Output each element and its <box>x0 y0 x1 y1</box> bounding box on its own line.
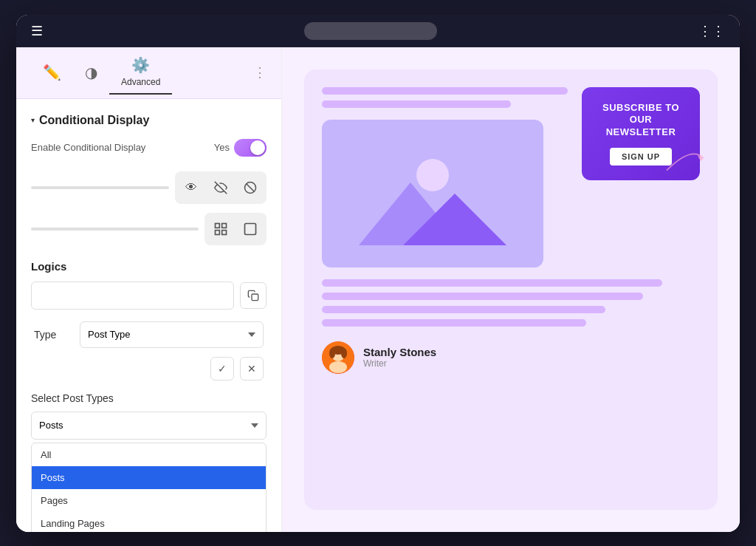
author-info: Stanly Stones Writer <box>363 346 436 369</box>
row-bar-2 <box>31 228 199 231</box>
preview-bar-6 <box>322 319 586 327</box>
tab-advanced[interactable]: ⚙️ Advanced <box>109 50 172 95</box>
enable-label: Enable Conditional Display <box>31 142 145 153</box>
preview-bar-2 <box>322 100 511 108</box>
svg-rect-5 <box>216 230 220 234</box>
svg-line-2 <box>247 183 255 191</box>
right-panel: SUBSCRIBE TO OUR NEWSLETTER SIGN UP <box>282 47 740 532</box>
menu-icon[interactable]: ☰ <box>31 23 43 39</box>
style-icon: ◑ <box>85 64 97 81</box>
author-role: Writer <box>363 358 436 369</box>
dropdown-item-all[interactable]: All <box>32 443 266 466</box>
type-select[interactable]: Post Type User Role Date Device <box>80 321 264 348</box>
preview-image-svg <box>359 142 506 245</box>
preview-bar-1 <box>322 87 568 95</box>
visibility-icon-group: 👁 <box>175 171 267 204</box>
more-options-icon[interactable]: ⋮ <box>253 64 267 81</box>
dropdown-item-posts[interactable]: Posts <box>32 466 266 489</box>
dropdown-item-landing-pages[interactable]: Landing Pages <box>32 512 266 532</box>
svg-point-11 <box>416 159 449 191</box>
preview-card: SUBSCRIBE TO OUR NEWSLETTER SIGN UP <box>304 69 718 510</box>
logics-input-row <box>31 281 267 310</box>
confirm-button[interactable]: ✓ <box>210 357 234 381</box>
post-type-dropdown-list: All Posts Pages Landing Pages Products D… <box>31 443 267 532</box>
author-row: Stanly Stones Writer <box>322 341 700 374</box>
type-label: Type <box>34 329 71 341</box>
logics-label: Logics <box>31 260 267 273</box>
tab-edit[interactable]: ✏️ <box>31 58 73 87</box>
main-area: ✏️ ◑ ⚙️ Advanced ⋮ ▾ Conditional Display <box>16 47 740 532</box>
toggle-container: Yes <box>214 139 267 157</box>
toggle-yes-label: Yes <box>214 142 230 153</box>
layout-icon-group <box>205 213 267 245</box>
preview-bar-5 <box>322 306 605 313</box>
tabs-bar: ✏️ ◑ ⚙️ Advanced ⋮ <box>16 47 281 99</box>
arrow-decoration <box>659 140 711 177</box>
top-bar: ☰ ⋮⋮ <box>16 15 740 47</box>
post-type-select[interactable]: Posts Pages Landing Pages Products Docs <box>31 412 267 440</box>
dropdown-item-pages[interactable]: Pages <box>32 489 266 512</box>
svg-rect-6 <box>222 230 227 234</box>
left-panel: ✏️ ◑ ⚙️ Advanced ⋮ ▾ Conditional Display <box>16 47 282 532</box>
author-name: Stanly Stones <box>363 346 436 358</box>
image-placeholder <box>322 120 543 267</box>
toggle-knob <box>250 140 265 155</box>
svg-rect-8 <box>252 294 258 301</box>
section-header: ▾ Conditional Display <box>31 114 267 127</box>
collapse-arrow-icon[interactable]: ▾ <box>31 116 35 124</box>
eye-icon-btn[interactable]: 👁 <box>178 174 205 201</box>
svg-rect-3 <box>216 223 220 228</box>
svg-rect-7 <box>245 223 256 234</box>
select-post-types-label: Select Post Types <box>31 392 267 404</box>
layout-icon-row <box>31 213 267 245</box>
type-row: Type Post Type User Role Date Device <box>31 321 267 348</box>
enable-conditional-row: Enable Conditional Display Yes <box>31 139 267 157</box>
svg-point-19 <box>341 348 347 358</box>
subscribe-card: SUBSCRIBE TO OUR NEWSLETTER SIGN UP <box>582 87 700 181</box>
svg-rect-4 <box>222 223 227 228</box>
svg-point-16 <box>329 361 347 373</box>
grid-layout-icon-btn[interactable] <box>207 216 234 242</box>
visibility-icon-row: 👁 <box>31 171 267 204</box>
tab-style[interactable]: ◑ <box>73 58 109 87</box>
single-layout-icon-btn[interactable] <box>237 216 264 242</box>
address-bar[interactable] <box>304 22 437 40</box>
enable-toggle[interactable] <box>234 139 267 157</box>
advanced-icon: ⚙️ <box>131 56 150 74</box>
edit-icon: ✏️ <box>43 64 61 81</box>
author-avatar <box>322 341 354 374</box>
logics-input[interactable] <box>31 281 234 310</box>
row-bar-1 <box>31 186 169 189</box>
grid-menu-icon[interactable]: ⋮⋮ <box>698 23 725 39</box>
cancel-button[interactable]: ✕ <box>240 357 264 381</box>
tab-advanced-label: Advanced <box>121 77 160 87</box>
author-avatar-svg <box>322 341 354 374</box>
svg-point-18 <box>329 348 335 358</box>
eye-slash-icon-btn[interactable] <box>207 174 234 201</box>
preview-bar-3 <box>322 279 662 287</box>
action-row: ✓ ✕ <box>31 357 267 381</box>
section-title: Conditional Display <box>39 114 149 127</box>
preview-bar-4 <box>322 293 643 300</box>
no-icon-btn[interactable] <box>237 174 264 201</box>
copy-button[interactable] <box>240 282 267 309</box>
subscribe-title: SUBSCRIBE TO OUR NEWSLETTER <box>594 102 688 140</box>
panel-content: ▾ Conditional Display Enable Conditional… <box>16 99 281 532</box>
